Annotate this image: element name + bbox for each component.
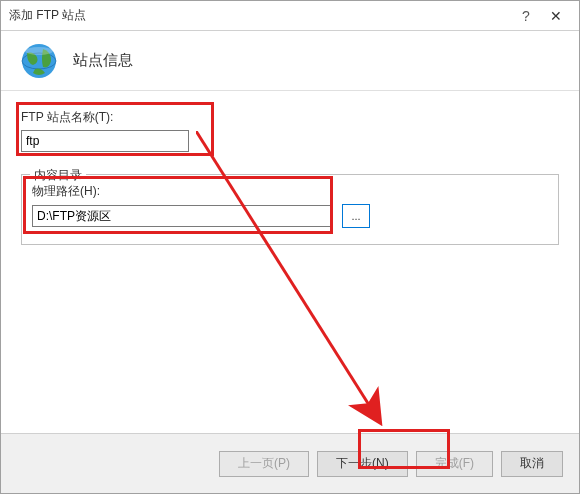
wizard-footer: 上一页(P) 下一步(N) 完成(F) 取消: [1, 433, 579, 493]
svg-point-2: [25, 47, 53, 55]
content-directory-fieldset: 内容目录 物理路径(H): ...: [21, 174, 559, 245]
physical-path-label: 物理路径(H):: [32, 183, 548, 200]
path-row: ...: [32, 204, 548, 228]
finish-button: 完成(F): [416, 451, 493, 477]
wizard-header: 站点信息: [1, 31, 579, 91]
browse-button[interactable]: ...: [342, 204, 370, 228]
previous-button: 上一页(P): [219, 451, 309, 477]
close-button[interactable]: ✕: [541, 8, 571, 24]
content-area: FTP 站点名称(T): 内容目录 物理路径(H): ...: [1, 91, 579, 263]
help-button[interactable]: ?: [511, 8, 541, 24]
fieldset-legend: 内容目录: [30, 167, 86, 184]
titlebar: 添加 FTP 站点 ? ✕: [1, 1, 579, 31]
site-name-input[interactable]: [21, 130, 189, 152]
cancel-button[interactable]: 取消: [501, 451, 563, 477]
window-title: 添加 FTP 站点: [9, 7, 511, 24]
next-button[interactable]: 下一步(N): [317, 451, 408, 477]
page-title: 站点信息: [73, 51, 133, 70]
dialog-window: 添加 FTP 站点 ? ✕ 站点信息 FTP 站点名称(T): 内容目录 物理路…: [0, 0, 580, 494]
site-name-label: FTP 站点名称(T):: [21, 109, 559, 126]
globe-icon: [19, 41, 59, 81]
physical-path-input[interactable]: [32, 205, 332, 227]
